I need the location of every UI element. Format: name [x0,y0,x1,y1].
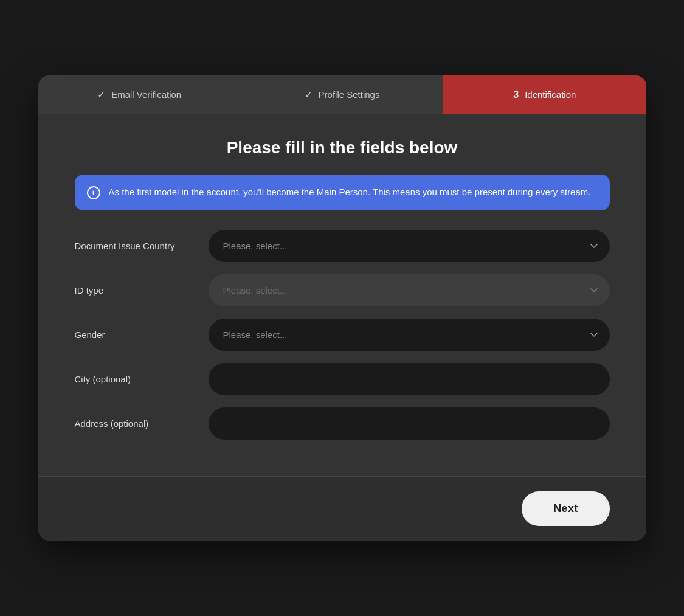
next-button[interactable]: Next [522,491,609,526]
info-banner: i As the first model in the account, you… [75,175,610,210]
step-profile-settings: ✓ Profile Settings [241,75,443,114]
label-id-type: ID type [75,285,196,296]
control-gender: Please, select... [209,319,610,351]
control-document-country: Please, select... [209,230,610,262]
input-city[interactable] [209,363,610,395]
form-section: Please fill in the fields below i As the… [38,114,646,476]
page-title: Please fill in the fields below [75,138,610,157]
form-row-id-type: ID type Please, select... [75,274,610,306]
check-icon-profile: ✓ [305,89,313,100]
select-gender[interactable]: Please, select... [209,319,610,351]
footer: Next [38,476,646,541]
step-email-verification: ✓ Email Verification [38,75,241,114]
info-icon: i [87,186,100,199]
label-city: City (optional) [75,374,196,384]
step-number-identification: 3 [513,89,519,100]
label-gender: Gender [75,330,196,340]
step-label-identification: Identification [525,89,576,100]
form-row-city: City (optional) [75,363,610,395]
control-city [209,363,610,395]
step-identification: 3 Identification [443,75,646,114]
select-document-country[interactable]: Please, select... [209,230,610,262]
input-address[interactable] [209,407,610,440]
step-label-email: Email Verification [111,89,181,100]
form-row-address: Address (optional) [75,407,610,440]
stepper: ✓ Email Verification ✓ Profile Settings … [38,75,646,114]
form-row-gender: Gender Please, select... [75,319,610,351]
main-container: ✓ Email Verification ✓ Profile Settings … [38,75,646,541]
label-document-country: Document Issue Country [75,241,196,251]
control-id-type: Please, select... [209,274,610,306]
label-address: Address (optional) [75,418,196,429]
check-icon-email: ✓ [97,89,105,100]
select-id-type[interactable]: Please, select... [209,274,610,306]
info-banner-text: As the first model in the account, you'l… [109,185,591,199]
form-row-document-country: Document Issue Country Please, select... [75,230,610,262]
step-label-profile: Profile Settings [319,89,380,100]
control-address [209,407,610,440]
